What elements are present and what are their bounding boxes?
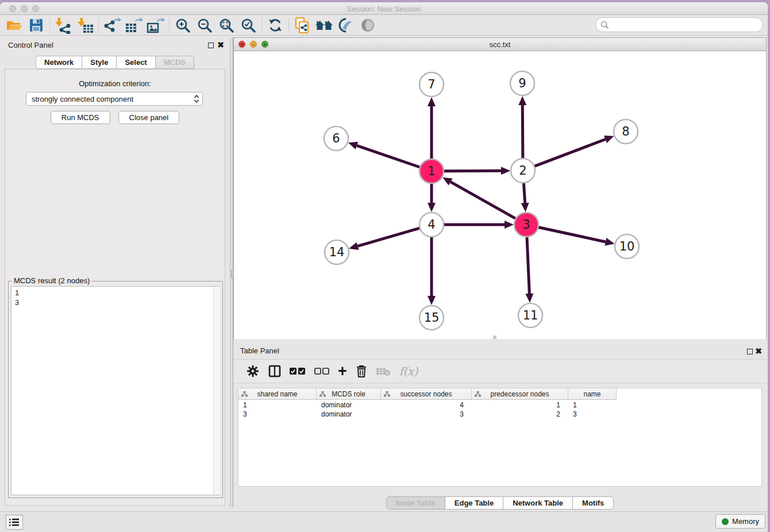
toolbar-separator bbox=[169, 18, 170, 33]
export-table-icon bbox=[125, 17, 143, 34]
cell-shared-name[interactable]: 1 bbox=[238, 401, 317, 410]
import-network-button[interactable] bbox=[52, 16, 74, 34]
run-mcds-button[interactable]: Run MCDS bbox=[51, 111, 110, 124]
graph-edge-3-11[interactable] bbox=[527, 236, 529, 294]
clone-network-icon bbox=[294, 17, 310, 34]
cell-name[interactable]: 3 bbox=[568, 410, 617, 419]
cell-mcds-role[interactable]: dominator bbox=[317, 401, 381, 410]
save-session-button[interactable] bbox=[25, 16, 47, 34]
zoom-out-button[interactable] bbox=[194, 16, 215, 34]
graph-edge-1-2[interactable] bbox=[443, 171, 501, 171]
refresh-view-button[interactable] bbox=[264, 16, 286, 34]
graph-node-label-1: 1 bbox=[428, 164, 435, 178]
cell-name[interactable]: 1 bbox=[568, 401, 617, 410]
cell-predecessor-nodes[interactable]: 1 bbox=[472, 401, 568, 410]
toolbar-separator bbox=[49, 18, 50, 33]
column-header-shared-name[interactable]: shared name bbox=[238, 388, 317, 399]
zoom-selected-button[interactable] bbox=[237, 16, 259, 34]
cell-predecessor-nodes[interactable]: 2 bbox=[472, 410, 568, 419]
float-panel-icon[interactable] bbox=[208, 43, 214, 48]
create-column-button[interactable]: + bbox=[338, 363, 347, 380]
tab-mcds[interactable]: MCDS bbox=[155, 56, 194, 69]
clone-network-button[interactable] bbox=[291, 16, 313, 34]
close-table-panel-icon[interactable]: ✖ bbox=[755, 346, 762, 356]
tab-network-table[interactable]: Network Table bbox=[503, 496, 573, 510]
network-canvas[interactable]: 1234678910111415 bbox=[234, 51, 766, 339]
export-network-icon bbox=[103, 17, 121, 34]
column-header-successor-nodes[interactable]: successor nodes bbox=[381, 388, 472, 399]
unselect-all-columns-button[interactable] bbox=[314, 363, 329, 380]
network-view-window: ✕ − + scc.txt 1234678910111415 bbox=[233, 37, 767, 339]
export-table-button[interactable] bbox=[123, 16, 145, 34]
graph-edge-3-10[interactable] bbox=[538, 227, 606, 242]
column-header-name[interactable]: name bbox=[568, 388, 617, 399]
search-field[interactable] bbox=[595, 17, 763, 32]
import-table-button[interactable] bbox=[74, 16, 96, 34]
network-graph: 1234678910111415 bbox=[234, 51, 766, 339]
gear-icon bbox=[246, 364, 260, 378]
paint-style-icon bbox=[338, 17, 354, 33]
column-header-mcds-role[interactable]: MCDS role bbox=[317, 388, 381, 399]
export-image-button[interactable] bbox=[145, 16, 167, 34]
function-builder-button[interactable]: f(x) bbox=[399, 363, 418, 380]
graph-node-label-8: 8 bbox=[622, 125, 629, 138]
split-columns-icon bbox=[268, 365, 281, 377]
delete-table-button[interactable] bbox=[376, 363, 391, 380]
network-window-titlebar[interactable]: ✕ − + scc.txt bbox=[234, 38, 766, 51]
cell-mcds-role[interactable]: dominator bbox=[317, 410, 381, 419]
zoom-in-button[interactable] bbox=[172, 16, 194, 34]
graph-node-label-15: 15 bbox=[424, 311, 440, 325]
table-settings-button[interactable] bbox=[246, 363, 260, 380]
tab-style[interactable]: Style bbox=[82, 56, 117, 69]
task-history-button[interactable] bbox=[6, 515, 23, 530]
graph-edge-2-9[interactable] bbox=[522, 105, 523, 159]
fx-icon: f(x) bbox=[399, 365, 418, 377]
canvas-resize-grip[interactable] bbox=[493, 336, 496, 339]
close-panel-icon[interactable]: ✖ bbox=[217, 40, 224, 49]
zoom-fit-button[interactable] bbox=[215, 16, 237, 34]
tab-node-table[interactable]: Node Table bbox=[386, 496, 445, 510]
first-neighbors-button[interactable] bbox=[313, 16, 335, 34]
close-panel-button[interactable]: Close panel bbox=[118, 111, 180, 124]
cell-shared-name[interactable]: 3 bbox=[238, 410, 317, 419]
search-input[interactable] bbox=[609, 19, 763, 30]
cell-successor-nodes[interactable]: 4 bbox=[381, 401, 472, 410]
graph-edge-3-1[interactable] bbox=[451, 182, 516, 219]
open-session-button[interactable] bbox=[3, 16, 25, 34]
checked-boxes-icon bbox=[290, 367, 306, 375]
tab-select[interactable]: Select bbox=[116, 56, 155, 69]
float-table-panel-icon[interactable] bbox=[747, 349, 753, 354]
graph-edge-4-14[interactable] bbox=[357, 228, 420, 246]
import-network-icon bbox=[54, 17, 72, 34]
graph-node-label-6: 6 bbox=[332, 132, 340, 145]
graph-edge-1-6[interactable] bbox=[357, 145, 421, 167]
memory-button[interactable]: Memory bbox=[715, 514, 765, 529]
eye-icon bbox=[360, 18, 375, 33]
table-header-row: shared name MCDS role successor nodes pr… bbox=[238, 388, 617, 400]
mcds-result-text[interactable]: 1 3 bbox=[11, 286, 220, 495]
cell-successor-nodes[interactable]: 3 bbox=[381, 410, 472, 419]
graph-node-label-7: 7 bbox=[428, 78, 435, 91]
show-columns-button[interactable] bbox=[268, 363, 281, 380]
style-button[interactable] bbox=[335, 16, 357, 34]
tab-motifs[interactable]: Motifs bbox=[572, 496, 614, 510]
zoom-out-icon bbox=[197, 17, 213, 33]
export-network-button[interactable] bbox=[101, 16, 123, 34]
window-title: Session: New Session bbox=[0, 5, 768, 13]
graph-edge-2-3[interactable] bbox=[523, 182, 525, 203]
memory-label: Memory bbox=[732, 517, 759, 526]
tab-network[interactable]: Network bbox=[36, 56, 82, 69]
hide-details-button[interactable] bbox=[357, 16, 379, 34]
criterion-select[interactable]: strongly connected component bbox=[26, 92, 203, 106]
column-header-predecessor-nodes[interactable]: predecessor nodes bbox=[472, 388, 568, 399]
select-all-columns-button[interactable] bbox=[290, 363, 306, 380]
optimization-criterion-label: Optimization criterion: bbox=[5, 79, 225, 88]
tab-edge-table[interactable]: Edge Table bbox=[445, 496, 503, 510]
memory-status-dot bbox=[722, 518, 729, 525]
table-row[interactable]: 3 dominator 3 2 3 bbox=[238, 410, 617, 419]
column-label: MCDS role bbox=[332, 390, 365, 398]
graph-edge-2-8[interactable] bbox=[534, 139, 606, 166]
table-row[interactable]: 1 dominator 4 1 1 bbox=[238, 401, 617, 410]
result-scrollbar[interactable] bbox=[213, 287, 220, 495]
delete-columns-button[interactable] bbox=[356, 363, 367, 380]
